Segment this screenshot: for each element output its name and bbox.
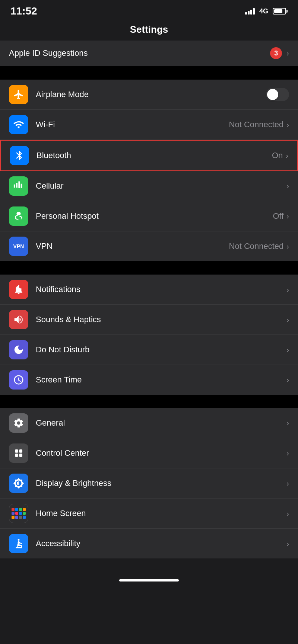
notifications-chevron: › (286, 285, 289, 294)
section-divider-2 (0, 261, 298, 275)
notifications-icon (9, 280, 28, 299)
svg-point-5 (18, 539, 20, 541)
section-divider-3 (0, 395, 298, 408)
accessibility-icon (9, 534, 28, 553)
home-bar (0, 573, 298, 585)
home-screen-row[interactable]: Home Screen › (0, 499, 298, 529)
svg-rect-1 (15, 449, 18, 453)
cellular-icon (9, 176, 28, 196)
display-brightness-label: Display & Brightness (36, 478, 286, 488)
page-title: Settings (0, 20, 298, 41)
status-bar: 11:52 4G (0, 0, 298, 20)
connectivity-section: Airplane Mode Wi-Fi Not Connected › Blue… (0, 80, 298, 261)
wifi-row[interactable]: Wi-Fi Not Connected › (0, 110, 298, 140)
bluetooth-chevron: › (286, 151, 288, 160)
bluetooth-icon (10, 146, 29, 165)
display-brightness-chevron: › (286, 479, 289, 488)
sounds-haptics-label: Sounds & Haptics (36, 315, 286, 324)
apple-id-suggestions-row[interactable]: Apple ID Suggestions 3 › (0, 41, 298, 66)
cellular-label: Cellular (36, 181, 286, 191)
airplane-mode-toggle[interactable] (266, 88, 289, 101)
personal-hotspot-chevron: › (286, 212, 289, 221)
control-center-row[interactable]: Control Center › (0, 438, 298, 468)
do-not-disturb-label: Do Not Disturb (36, 345, 286, 355)
personal-hotspot-value: Off (273, 211, 283, 221)
screen-time-icon (9, 370, 28, 390)
wifi-value: Not Connected (229, 120, 284, 129)
general-row[interactable]: General › (0, 408, 298, 438)
control-center-label: Control Center (36, 448, 286, 458)
bottom-spacer (0, 558, 298, 573)
section-divider-1 (0, 66, 298, 80)
sounds-haptics-icon (9, 310, 28, 329)
do-not-disturb-row[interactable]: Do Not Disturb › (0, 335, 298, 365)
svg-rect-2 (19, 449, 22, 453)
apple-id-chevron: › (286, 49, 289, 58)
apple-id-label: Apple ID Suggestions (9, 48, 88, 58)
wifi-icon (9, 115, 28, 134)
signal-bars-icon (245, 8, 255, 15)
vpn-label: VPN (36, 241, 229, 251)
screen-time-label: Screen Time (36, 375, 286, 385)
control-center-icon (9, 443, 28, 463)
do-not-disturb-icon (9, 340, 28, 359)
cellular-row[interactable]: Cellular › (0, 171, 298, 201)
accessibility-row[interactable]: Accessibility › (0, 529, 298, 558)
bluetooth-row[interactable]: Bluetooth On › (0, 140, 298, 171)
do-not-disturb-chevron: › (286, 346, 289, 354)
notifications-section: Notifications › Sounds & Haptics › Do No… (0, 275, 298, 395)
airplane-mode-label: Airplane Mode (36, 90, 266, 99)
screen-time-chevron: › (286, 376, 289, 384)
vpn-value: Not Connected (229, 241, 284, 251)
airplane-mode-icon (9, 85, 28, 104)
notifications-label: Notifications (36, 285, 286, 294)
general-icon (9, 413, 28, 433)
vpn-chevron: › (286, 242, 289, 251)
home-screen-chevron: › (286, 509, 289, 518)
screen-time-row[interactable]: Screen Time › (0, 365, 298, 395)
home-screen-label: Home Screen (36, 509, 286, 518)
status-icons: 4G (245, 7, 288, 15)
bluetooth-value: On (272, 151, 283, 160)
bluetooth-label: Bluetooth (37, 151, 272, 160)
general-section: General › Control Center › Display & Bri… (0, 408, 298, 558)
svg-rect-4 (19, 454, 22, 457)
display-brightness-row[interactable]: Display & Brightness › (0, 468, 298, 499)
home-indicator (119, 579, 179, 581)
accessibility-chevron: › (286, 539, 289, 548)
display-brightness-icon (9, 474, 28, 493)
vpn-icon: VPN (9, 237, 28, 256)
cellular-chevron: › (286, 182, 289, 190)
airplane-mode-row[interactable]: Airplane Mode (0, 80, 298, 110)
status-time: 11:52 (10, 5, 37, 17)
sounds-haptics-row[interactable]: Sounds & Haptics › (0, 305, 298, 335)
battery-icon (273, 8, 288, 15)
svg-rect-3 (15, 454, 18, 457)
sounds-haptics-chevron: › (286, 315, 289, 324)
accessibility-label: Accessibility (36, 539, 286, 548)
notifications-row[interactable]: Notifications › (0, 275, 298, 305)
general-label: General (36, 418, 286, 428)
general-chevron: › (286, 419, 289, 427)
home-screen-icon (9, 504, 28, 523)
personal-hotspot-icon (9, 206, 28, 226)
svg-point-0 (19, 285, 23, 289)
network-type: 4G (259, 7, 268, 15)
personal-hotspot-label: Personal Hotspot (36, 211, 273, 221)
vpn-row[interactable]: VPN VPN Not Connected › (0, 231, 298, 261)
control-center-chevron: › (286, 449, 289, 458)
wifi-label: Wi-Fi (36, 120, 229, 129)
apple-id-badge: 3 (270, 47, 282, 59)
wifi-chevron: › (286, 121, 289, 129)
personal-hotspot-row[interactable]: Personal Hotspot Off › (0, 201, 298, 231)
